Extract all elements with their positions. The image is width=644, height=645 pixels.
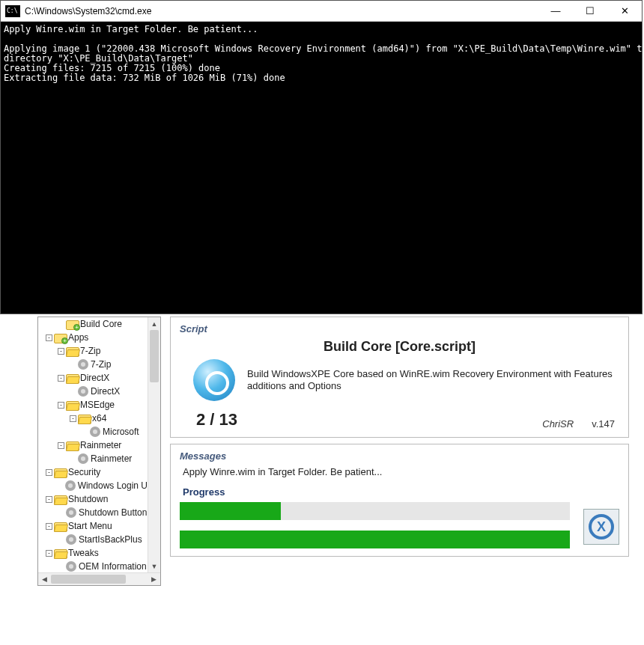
tree-node[interactable]: -Shutdown xyxy=(38,492,148,506)
script-tree[interactable]: +Build Core-+Apps-7-Zip7-Zip-DirectXDire… xyxy=(37,317,161,586)
tree-toggle[interactable]: - xyxy=(46,523,52,530)
folder-icon xyxy=(54,467,66,477)
gear-icon xyxy=(78,453,88,464)
folder-icon xyxy=(54,494,66,504)
tree-label: StartIsBackPlus xyxy=(79,533,142,546)
tree-node[interactable]: -7-Zip xyxy=(38,344,148,358)
scroll-right-icon[interactable]: ▶ xyxy=(148,575,160,583)
folder-icon: + xyxy=(54,332,66,343)
tree-node[interactable]: DirectX xyxy=(38,385,148,398)
cmd-title: C:\Windows\System32\cmd.exe xyxy=(25,6,151,16)
tree-node[interactable]: +Build Core xyxy=(38,317,148,331)
script-author: ChriSR xyxy=(542,418,574,430)
tree-node[interactable]: Shutdown Button xyxy=(38,506,148,519)
scroll-down-icon[interactable]: ▼ xyxy=(148,560,160,572)
gear-icon xyxy=(78,386,88,397)
minimize-button[interactable]: — xyxy=(538,1,573,22)
tree-toggle[interactable]: - xyxy=(58,348,64,355)
cancel-button[interactable]: X xyxy=(583,509,619,545)
script-panel: Script Build Core [Core.script] Build Wi… xyxy=(170,317,629,438)
folder-icon xyxy=(66,346,78,356)
builder-panel: +Build Core-+Apps-7-Zip7-Zip-DirectXDire… xyxy=(37,317,629,601)
tree-toggle[interactable]: - xyxy=(46,334,52,341)
script-version: v.147 xyxy=(592,418,615,430)
maximize-button[interactable]: ☐ xyxy=(573,1,607,22)
tree-toggle[interactable]: - xyxy=(46,496,52,503)
tree-node[interactable]: -+Apps xyxy=(38,331,148,344)
tree-vertical-scrollbar[interactable]: ▲ ▼ xyxy=(148,317,160,572)
progress-bar-task-fill xyxy=(180,502,281,520)
tree-node[interactable]: 7-Zip xyxy=(38,358,148,371)
tree-node[interactable]: OEM Information xyxy=(38,560,148,572)
scroll-left-icon[interactable]: ◀ xyxy=(38,575,51,583)
tree-node[interactable]: Microsoft xyxy=(38,425,148,438)
messages-section-label: Messages xyxy=(180,450,619,462)
tree-label: Security xyxy=(68,465,100,479)
tree-node[interactable]: Windows Login U xyxy=(38,479,148,492)
progress-bar-total-fill xyxy=(180,531,570,548)
messages-current: Apply Winre.wim in Target Folder. Be pat… xyxy=(183,466,619,477)
cmd-prompt-icon: C:\ xyxy=(5,5,20,17)
folder-icon xyxy=(78,413,90,424)
cmd-window: C:\ C:\Windows\System32\cmd.exe — ☐ ✕ Ap… xyxy=(0,0,643,314)
tree-label: DirectX xyxy=(80,371,109,385)
folder-icon xyxy=(66,373,78,383)
tree-label: Tweaks xyxy=(68,546,99,560)
tree-label: DirectX xyxy=(91,385,120,398)
cmd-output: Apply Winre.wim in Target Folder. Be pat… xyxy=(1,22,642,314)
gear-icon xyxy=(65,480,76,491)
tree-label: OEM Information xyxy=(79,560,147,572)
tree-node[interactable]: -Rainmeter xyxy=(38,438,148,452)
gear-sphere-icon xyxy=(193,359,235,401)
tree-node[interactable]: -Security xyxy=(38,465,148,479)
plus-badge-icon: + xyxy=(61,337,68,344)
scroll-up-icon[interactable]: ▲ xyxy=(148,317,160,330)
progress-label: Progress xyxy=(183,486,619,498)
tree-label: Windows Login U xyxy=(78,479,148,492)
cmd-titlebar[interactable]: C:\ C:\Windows\System32\cmd.exe — ☐ ✕ xyxy=(1,1,642,22)
folder-icon xyxy=(54,548,66,558)
cancel-x-icon: X xyxy=(589,514,614,539)
tree-toggle[interactable]: - xyxy=(70,415,76,422)
tree-label: Shutdown xyxy=(68,492,108,506)
gear-icon xyxy=(66,561,76,572)
tree-toggle[interactable]: - xyxy=(58,402,64,409)
plus-badge-icon: + xyxy=(73,324,80,331)
tree-node[interactable]: -DirectX xyxy=(38,371,148,385)
script-description: Build WindowsXPE Core based on WinRE.wim… xyxy=(247,368,619,392)
tree-toggle[interactable]: - xyxy=(58,442,64,449)
tree-toggle[interactable]: - xyxy=(58,375,64,382)
tree-label: 7-Zip xyxy=(80,344,100,358)
hscroll-thumb[interactable] xyxy=(51,575,126,584)
close-button[interactable]: ✕ xyxy=(607,1,642,22)
tree-label: Start Menu xyxy=(68,519,112,533)
tree-horizontal-scrollbar[interactable]: ◀ ▶ xyxy=(38,572,160,585)
folder-icon: + xyxy=(66,319,78,329)
tree-toggle[interactable]: - xyxy=(46,550,52,557)
folder-icon xyxy=(66,440,78,450)
tree-label: Build Core xyxy=(80,317,122,331)
tree-node[interactable]: -MSEdge xyxy=(38,398,148,412)
tree-node[interactable]: -Start Menu xyxy=(38,519,148,533)
folder-icon xyxy=(54,521,66,531)
tree-label: MSEdge xyxy=(80,398,115,412)
tree-label: Rainmeter xyxy=(80,438,121,452)
tree-label: Microsoft xyxy=(103,425,139,438)
progress-bar-total xyxy=(180,531,570,548)
tree-label: x64 xyxy=(92,412,106,425)
tree-node[interactable]: -Tweaks xyxy=(38,546,148,560)
progress-bar-task xyxy=(180,502,570,520)
scroll-thumb[interactable] xyxy=(150,330,159,382)
gear-icon xyxy=(90,427,100,437)
script-section-label: Script xyxy=(180,323,619,334)
tree-node[interactable]: StartIsBackPlus xyxy=(38,533,148,546)
tree-label: 7-Zip xyxy=(91,358,111,371)
tree-node[interactable]: -x64 xyxy=(38,412,148,425)
tree-label: Shutdown Button xyxy=(79,506,147,519)
script-step-counter: 2 / 13 xyxy=(196,410,237,430)
gear-icon xyxy=(78,359,88,370)
messages-panel: Messages Apply Winre.wim in Target Folde… xyxy=(170,444,629,557)
tree-toggle[interactable]: - xyxy=(46,469,52,476)
gear-icon xyxy=(66,507,76,518)
tree-node[interactable]: Rainmeter xyxy=(38,452,148,465)
